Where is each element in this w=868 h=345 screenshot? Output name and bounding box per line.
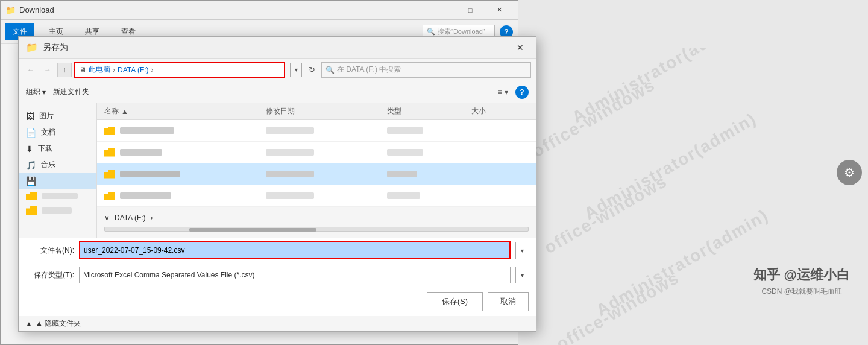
dialog-close-button[interactable]: ✕ <box>512 39 529 56</box>
scrollbar-thumb[interactable] <box>189 228 316 232</box>
table-row[interactable] <box>97 163 536 185</box>
savetype-dropdown-button[interactable]: ▾ <box>515 267 529 283</box>
dialog-help-button[interactable]: ? <box>515 86 529 99</box>
filename-row: 文件名(N): ▾ <box>19 238 536 263</box>
refresh-button[interactable]: ↻ <box>304 63 319 77</box>
drive-icon: 💾 <box>26 176 36 186</box>
view-dropdown-icon: ▾ <box>505 88 508 97</box>
zhihu-brand: 知乎 @运维小白 <box>753 266 850 284</box>
drive-arrow: › <box>151 214 153 222</box>
up-button[interactable]: ↑ <box>57 63 72 77</box>
sidebar-item-music[interactable]: 🎵 音乐 <box>19 157 96 173</box>
downloads-icon: ⬇ <box>26 144 33 154</box>
savetype-label: 保存类型(T): <box>26 270 74 280</box>
sidebar-downloads-label: 下载 <box>38 144 52 154</box>
cell-name-1 <box>97 127 261 135</box>
view-icon: ≡ <box>498 88 502 97</box>
filename-input-wrapper <box>79 241 511 259</box>
organize-button[interactable]: 组织 ▾ <box>26 87 46 97</box>
cell-date-3 <box>261 171 383 177</box>
path-breadcrumb[interactable]: 🖥 此电脑 › DATA (F:) › <box>74 62 285 78</box>
savetype-text: Microsoft Excel Comma Separated Values F… <box>80 267 510 283</box>
filename-input[interactable] <box>80 242 509 258</box>
blurred-label-2 <box>42 207 72 214</box>
action-row: 保存(S) 取消 <box>19 287 536 316</box>
search-placeholder: 搜索"Download" <box>438 27 485 36</box>
new-folder-label: 新建文件夹 <box>53 87 89 96</box>
dialog-search-box[interactable]: 🔍 在 DATA (F:) 中搜索 <box>321 62 531 78</box>
dialog-main: 名称 ▲ 修改日期 类型 大小 <box>97 103 536 238</box>
save-button[interactable]: 保存(S) <box>427 292 483 311</box>
table-row[interactable] <box>97 142 536 163</box>
documents-icon: 📄 <box>26 128 36 138</box>
file-icon: 📁 <box>5 5 16 15</box>
explorer-titlebar: 📁 Download — □ ✕ <box>1 1 518 20</box>
back-button[interactable]: ← <box>24 63 38 77</box>
cell-date-1 <box>261 127 383 134</box>
dialog-toolbar2: 组织 ▾ 新建文件夹 ≡ ▾ ? <box>19 81 536 103</box>
dialog-title-icon: 📁 <box>26 42 38 53</box>
explorer-title-text: Download <box>19 5 54 14</box>
triangle-icon: ▲ <box>26 320 32 327</box>
column-type[interactable]: 类型 <box>382 106 467 116</box>
sidebar-pictures-label: 图片 <box>39 111 54 121</box>
blurred-label <box>42 193 78 199</box>
savetype-row: 保存类型(T): Microsoft Excel Comma Separated… <box>19 263 536 287</box>
cell-name-4 <box>97 192 261 200</box>
view-button[interactable]: ≡ ▾ <box>498 88 508 97</box>
cell-type-3 <box>382 171 467 177</box>
music-icon: 🎵 <box>26 160 36 170</box>
cell-date-4 <box>261 192 383 199</box>
watermark-area: Administrator(admin) office-windows Admi… <box>512 48 868 345</box>
maximize-button[interactable]: □ <box>456 1 484 20</box>
filename-dropdown-button[interactable]: ▾ <box>515 242 529 259</box>
column-size[interactable]: 大小 <box>467 106 536 116</box>
new-folder-button[interactable]: 新建文件夹 <box>53 87 89 97</box>
search-icon: 🔍 <box>326 66 335 74</box>
dialog-nav-bar: ← → ↑ 🖥 此电脑 › DATA (F:) › ▾ ↻ 🔍 在 DATA (… <box>19 59 536 81</box>
sidebar-documents-label: 文档 <box>41 127 55 138</box>
path-drive: DATA (F:) <box>118 66 149 74</box>
collapse-icon: ∨ <box>104 214 110 222</box>
minimize-button[interactable]: — <box>427 1 455 20</box>
window-controls: — □ ✕ <box>427 1 513 20</box>
dialog-content: 🖼 图片 📄 文档 ⬇ 下载 🎵 音乐 💾 <box>19 103 536 238</box>
close-button[interactable]: ✕ <box>485 1 513 20</box>
table-row[interactable] <box>97 120 536 142</box>
sidebar-item-folder1[interactable] <box>19 189 96 203</box>
hide-files-label: ▲ 隐藏文件夹 <box>36 318 81 329</box>
cell-name-3 <box>97 170 261 179</box>
drive-label-row: ∨ DATA (F:) › <box>104 211 529 224</box>
gear-button[interactable]: ⚙ <box>837 160 862 185</box>
dialog-bottom-bar: ∨ DATA (F:) › <box>97 207 536 238</box>
file-list-header: 名称 ▲ 修改日期 类型 大小 <box>97 103 536 120</box>
cell-type-4 <box>382 192 467 199</box>
sidebar-item-data-drive[interactable]: 💾 <box>19 173 96 189</box>
cancel-button[interactable]: 取消 <box>488 292 529 311</box>
sidebar-music-label: 音乐 <box>41 160 55 170</box>
column-date[interactable]: 修改日期 <box>261 106 383 116</box>
sidebar-item-documents[interactable]: 📄 文档 <box>19 124 96 141</box>
dialog-sidebar: 🖼 图片 📄 文档 ⬇ 下载 🎵 音乐 💾 <box>19 103 97 238</box>
horizontal-scrollbar[interactable] <box>104 227 529 232</box>
folder-icon <box>26 192 37 200</box>
path-dropdown-button[interactable]: ▾ <box>290 63 302 77</box>
table-row[interactable] <box>97 185 536 207</box>
csdn-brand: CSDN @我就要叫毛血旺 <box>753 286 850 297</box>
filename-label: 文件名(N): <box>26 245 74 256</box>
cell-date-2 <box>261 149 383 156</box>
dialog-titlebar: 📁 另存为 ✕ <box>19 37 536 59</box>
computer-icon: 🖥 <box>79 66 86 74</box>
file-list <box>97 120 536 207</box>
sidebar-item-downloads[interactable]: ⬇ 下载 <box>19 141 96 157</box>
dialog-title-text: 另存为 <box>43 42 507 53</box>
hide-files-row[interactable]: ▲ ▲ 隐藏文件夹 <box>19 316 536 331</box>
path-computer: 此电脑 <box>89 65 110 75</box>
pictures-icon: 🖼 <box>26 112 34 121</box>
brand-area: 知乎 @运维小白 CSDN @我就要叫毛血旺 <box>753 266 850 297</box>
column-name[interactable]: 名称 ▲ <box>97 106 261 116</box>
sidebar-item-folder2[interactable] <box>19 203 96 218</box>
sidebar-item-pictures[interactable]: 🖼 图片 <box>19 108 96 124</box>
organize-dropdown-icon: ▾ <box>42 88 46 97</box>
forward-button[interactable]: → <box>40 63 55 77</box>
